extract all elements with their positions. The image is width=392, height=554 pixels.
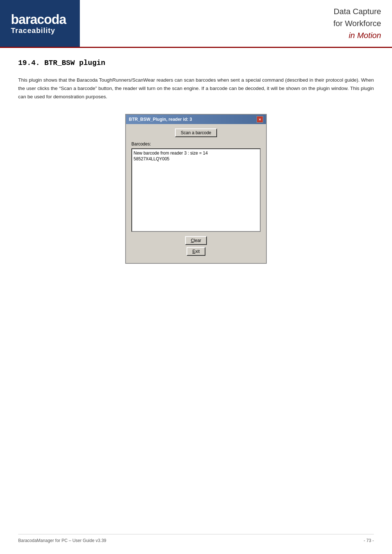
tagline-line1: Data Capture — [333, 5, 381, 17]
clear-underline-c: CClearlear — [191, 238, 201, 243]
barcodes-label: Barcodes: — [131, 141, 261, 147]
page-footer: BaracodaManager for PC – User Guide v3.3… — [18, 534, 374, 543]
barcodes-display: New barcode from reader 3 : size = 14 58… — [131, 148, 261, 232]
logo-baracoda: baracoda — [11, 12, 66, 27]
scan-barcode-button[interactable]: Scan a barcode — [175, 128, 217, 137]
plugin-titlebar: BTR_BSW_Plugin, reader id: 3 × — [126, 115, 266, 124]
plugin-close-button[interactable]: × — [257, 116, 263, 123]
section-title: 19.4. BTR_BSW plugin — [18, 59, 374, 67]
plugin-window: BTR_BSW_Plugin, reader id: 3 × Scan a ba… — [125, 114, 267, 264]
logo: baracoda Traceability — [11, 12, 66, 35]
tagline-line3: in Motion — [333, 29, 381, 41]
header-tagline: Data Capture for Workforce in Motion — [322, 0, 392, 47]
logo-area: baracoda Traceability — [0, 0, 80, 47]
exit-underline-e: Exit — [192, 249, 200, 254]
exit-button[interactable]: Exit — [187, 247, 205, 256]
footer-right: - 73 - — [364, 538, 374, 543]
plugin-window-container: BTR_BSW_Plugin, reader id: 3 × Scan a ba… — [18, 114, 374, 264]
logo-traceability: Traceability — [11, 26, 66, 34]
main-content: 19.4. BTR_BSW plugin This plugin shows t… — [0, 48, 392, 289]
tagline-line2: for Workforce — [333, 17, 381, 29]
scan-button-row: Scan a barcode — [131, 128, 261, 137]
section-description: This plugin shows that the Baracoda Toug… — [18, 76, 374, 101]
plugin-body: Scan a barcode Barcodes: New barcode fro… — [126, 124, 266, 263]
page-header: baracoda Traceability Data Capture for W… — [0, 0, 392, 48]
clear-button[interactable]: CClearlear — [185, 236, 207, 245]
barcode-line2: 58527X4LLQY005 — [134, 156, 258, 161]
plugin-window-title: BTR_BSW_Plugin, reader id: 3 — [129, 117, 192, 122]
bottom-buttons: CClearlear Exit — [131, 236, 261, 259]
footer-left: BaracodaManager for PC – User Guide v3.3… — [18, 538, 106, 543]
barcode-line1: New barcode from reader 3 : size = 14 — [134, 151, 258, 156]
